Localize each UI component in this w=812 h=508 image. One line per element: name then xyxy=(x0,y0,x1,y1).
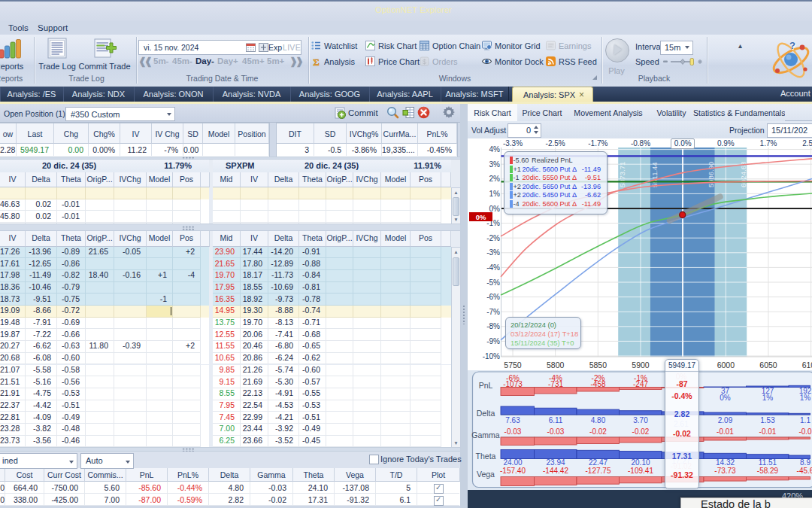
chain-cell[interactable] xyxy=(381,376,411,388)
chain-cell[interactable] xyxy=(147,318,173,330)
chain-cell[interactable]: -0.56 xyxy=(57,376,86,388)
chain-cell[interactable] xyxy=(326,341,353,353)
chain-cell[interactable] xyxy=(173,318,201,330)
chain-cell[interactable]: -6.24 xyxy=(268,353,299,365)
chain-cell[interactable] xyxy=(86,282,114,294)
chain-cell[interactable] xyxy=(411,187,441,199)
chain-cell[interactable]: -3.82 xyxy=(26,424,57,436)
chain-cell[interactable] xyxy=(147,365,173,377)
trade-grid-icon[interactable] xyxy=(402,106,415,119)
scrollbar-thumb[interactable] xyxy=(453,197,459,216)
chain-row[interactable]: 18.36-10.46-0.79 xyxy=(0,282,209,294)
tab-analysis[interactable]: Analysis: AAPL xyxy=(369,87,441,102)
gear-icon[interactable] xyxy=(443,106,455,118)
chain-cell[interactable]: -10.46 xyxy=(26,282,57,294)
tab-analysis[interactable]: Analysis: ONON xyxy=(134,87,214,102)
chain-cell[interactable]: -8.66 xyxy=(26,306,57,318)
chain-cell[interactable]: -4 xyxy=(173,270,201,282)
risk-tab-movement-analysis[interactable]: Movement Analysis xyxy=(567,104,650,122)
chain-cell[interactable] xyxy=(241,187,268,199)
chain-cell[interactable] xyxy=(411,318,441,330)
chain-cell[interactable]: -0.89 xyxy=(57,247,86,259)
chain-cell[interactable] xyxy=(114,211,147,223)
chain-cell[interactable] xyxy=(114,258,147,270)
chain-cell[interactable]: -7.91 xyxy=(26,318,57,330)
chain-cell[interactable] xyxy=(411,376,441,388)
chain-cell[interactable]: 18.40 xyxy=(86,270,114,282)
chain-row[interactable]: 17.61-12.65-0.86 xyxy=(0,258,209,270)
chain-cell[interactable]: -0.16 xyxy=(114,270,147,282)
chain-cell[interactable] xyxy=(353,412,381,424)
chain-row[interactable]: 7.4522.99-4.21-0.51 xyxy=(213,412,451,424)
chain-cell[interactable]: -0.60 xyxy=(57,353,86,365)
chain-cell[interactable] xyxy=(173,294,201,306)
chain-row[interactable]: 21.51-5.16-0.56 xyxy=(0,376,209,388)
chain-row[interactable] xyxy=(0,187,209,199)
scrollbar-thumb[interactable] xyxy=(453,257,459,286)
chain-cell[interactable]: -4.75 xyxy=(26,388,57,400)
chain-cell[interactable] xyxy=(86,211,114,223)
risk-tab-statistics-fundamentals[interactable]: Statistics & Fundamentals xyxy=(693,104,786,122)
chain-cell[interactable] xyxy=(268,199,299,211)
chain-cell[interactable] xyxy=(353,436,381,447)
chain-cell[interactable] xyxy=(147,282,173,294)
chain-cell[interactable] xyxy=(114,306,147,318)
chain-cell[interactable] xyxy=(299,199,326,211)
group-expand-icon[interactable] xyxy=(592,75,598,81)
chain-cell[interactable]: -10.69 xyxy=(268,282,299,294)
chain-cell[interactable]: 21.07 xyxy=(0,365,26,377)
chain-cell[interactable] xyxy=(326,294,353,306)
search-icon[interactable] xyxy=(386,106,399,119)
chain-cell[interactable] xyxy=(86,376,114,388)
chain-cell[interactable] xyxy=(381,211,411,223)
chain-cell[interactable] xyxy=(114,376,147,388)
chain-cell[interactable] xyxy=(326,365,353,377)
chain-cell[interactable]: -0.66 xyxy=(57,329,86,341)
chain-cell[interactable] xyxy=(147,247,173,259)
chain-cell[interactable] xyxy=(86,318,114,330)
chain-row[interactable]: 7.0023.44-3.92-0.49 xyxy=(213,424,451,436)
chain-cell[interactable] xyxy=(353,187,381,199)
chain-cell[interactable]: -12.65 xyxy=(26,258,57,270)
risk-tab-volatility[interactable]: Volatility xyxy=(650,104,694,122)
chain-cell[interactable] xyxy=(381,329,411,341)
chain-cell[interactable]: -0.58 xyxy=(57,365,86,377)
chain-cell[interactable]: 13.75 xyxy=(213,318,241,330)
chain-cell[interactable]: 23.66 xyxy=(241,436,268,447)
chain-cell[interactable]: 19.48 xyxy=(0,318,26,330)
chain-row[interactable]: 6.2523.66-3.52-0.45 xyxy=(213,436,451,447)
chain-cell[interactable] xyxy=(353,199,381,211)
chain-cell[interactable]: -9.51 xyxy=(26,294,57,306)
calendar-icon[interactable] xyxy=(246,43,256,52)
chain-cell[interactable] xyxy=(173,329,201,341)
chain-cell[interactable]: 9.85 xyxy=(213,365,241,377)
chain-cell[interactable] xyxy=(411,353,441,365)
chain-cell[interactable]: -0.78 xyxy=(299,294,326,306)
chain-cell[interactable] xyxy=(114,318,147,330)
chain-scrollbar[interactable]: ▲▼ xyxy=(451,187,461,225)
time-step-icon[interactable] xyxy=(259,43,268,52)
chain-cell[interactable] xyxy=(411,388,441,400)
chain-cell[interactable] xyxy=(147,376,173,388)
chain-cell[interactable] xyxy=(326,258,353,270)
tab-analysis-active[interactable]: Analysis: SPX× xyxy=(512,87,593,102)
chain-cell[interactable] xyxy=(147,353,173,365)
chain-cell[interactable]: -1 xyxy=(147,294,173,306)
chain-row[interactable]: 9.1521.69-5.30-0.57 xyxy=(213,376,451,388)
chain-cell[interactable]: -0.65 xyxy=(299,341,326,353)
panel-splitter-grip[interactable] xyxy=(462,305,466,324)
step-forward-chevron[interactable]: ❱❱ xyxy=(289,56,301,67)
chain-row[interactable]: 19.87-7.22-0.66 xyxy=(0,329,209,341)
chain-row[interactable]: 17.9518.55-10.69-0.81 xyxy=(213,282,451,294)
chain-cell[interactable]: 20.06 xyxy=(241,329,268,341)
chain-cell[interactable] xyxy=(326,270,353,282)
chain-cell[interactable]: -0.82 xyxy=(57,270,86,282)
chain-cell[interactable]: 21.65 xyxy=(213,258,241,270)
chain-cell[interactable] xyxy=(381,341,411,353)
chain-cell[interactable]: 18.55 xyxy=(241,282,268,294)
chain-cell[interactable] xyxy=(86,329,114,341)
chain-cell[interactable]: -0.01 xyxy=(57,211,86,223)
chain-cell[interactable]: -0.46 xyxy=(57,436,86,447)
chain-cell[interactable]: 46.63 xyxy=(0,199,26,211)
chain-row[interactable]: 17.26-13.96-0.8921.65-0.05+2 xyxy=(0,247,209,259)
